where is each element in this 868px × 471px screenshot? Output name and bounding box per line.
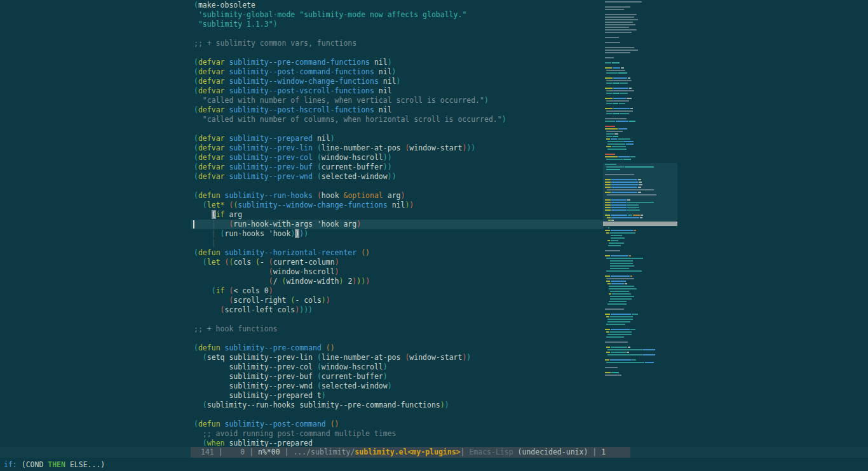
code-line[interactable]: (let* ((sublimity--window-change-functio… — [194, 201, 506, 210]
minimap-segment — [605, 164, 616, 165]
code-token: ) — [335, 267, 339, 276]
code-token: ;; avoid running post-command multiple t… — [194, 429, 397, 438]
minimap-line — [605, 141, 657, 142]
code-line[interactable]: sublimity--prev-col (window-hscroll) — [194, 362, 506, 372]
minimap-line — [605, 237, 657, 239]
code-area[interactable]: (make-obsolete 'sublimity-global-mode "s… — [194, 1, 506, 448]
eldoc-segment: if: — [4, 460, 17, 469]
code-line[interactable]: "called with number of lines, when verti… — [194, 96, 506, 105]
minimap-line — [605, 212, 657, 213]
code-line[interactable]: 'sublimity-global-mode "sublimity-mode n… — [194, 10, 506, 20]
minimap-line — [605, 197, 657, 198]
minimap-segment — [606, 90, 634, 91]
minimap-line — [605, 85, 657, 86]
code-line[interactable]: (defun sublimity--post-command () — [194, 420, 506, 429]
code-line[interactable]: "sublimity 1.1.3") — [194, 20, 506, 29]
code-line[interactable]: (make-obsolete — [194, 1, 506, 10]
code-token: scroll-right — [233, 296, 290, 305]
code-line[interactable] — [194, 124, 506, 134]
code-token: - cols — [295, 296, 322, 305]
minimap-line — [605, 278, 657, 279]
code-line[interactable]: (if arg — [194, 210, 506, 220]
minimap-line — [605, 255, 657, 256]
code-line[interactable]: | — [194, 239, 506, 248]
code-token: | — [212, 239, 216, 248]
code-line[interactable]: (scroll-left cols)))) — [194, 305, 506, 315]
code-line[interactable]: | (run-hooks 'hook)))) — [194, 229, 506, 239]
minimap-segment — [610, 265, 634, 267]
code-line[interactable]: ;; + hook functions — [194, 324, 506, 334]
code-line[interactable]: (sublimity--run-hooks sublimity--pre-com… — [194, 401, 506, 410]
minimap-line — [605, 123, 657, 124]
code-token — [194, 286, 212, 295]
code-line[interactable] — [194, 29, 506, 39]
code-line[interactable]: sublimity--prev-wnd (selected-window) — [194, 381, 506, 391]
text-cursor — [193, 220, 194, 229]
code-line[interactable]: (defvar sublimity--prepared nil) — [194, 134, 506, 143]
code-token: sublimity--post-hscroll-functions — [229, 105, 374, 114]
code-line[interactable]: "called with number of columns, when hor… — [194, 115, 506, 124]
code-line[interactable]: (defun sublimity--run-hooks (hook &optio… — [194, 191, 506, 201]
code-line[interactable]: sublimity--prev-buf (current-buffer) — [194, 372, 506, 381]
code-line[interactable]: (defvar sublimity--post-vscroll-function… — [194, 86, 506, 96]
code-line[interactable]: (defvar sublimity--prev-buf (current-buf… — [194, 163, 506, 172]
code-token: ( — [194, 134, 198, 143]
minimap-segment — [606, 100, 629, 102]
code-line[interactable] — [194, 182, 506, 191]
minimap-line — [605, 329, 657, 330]
minimap-segment — [620, 113, 629, 114]
minimap-segment — [605, 174, 634, 175]
code-token: line-number-at-pos — [322, 143, 405, 152]
code-line[interactable] — [194, 410, 506, 420]
code-token: ( — [203, 353, 207, 362]
minimap-line — [605, 288, 657, 289]
code-line[interactable] — [194, 334, 506, 343]
code-line[interactable]: (/ (window-width) 2)))) — [194, 277, 506, 286]
code-token: ) — [383, 362, 388, 371]
minimap-segment — [618, 128, 627, 129]
code-line[interactable]: (defvar sublimity--prev-wnd (selected-wi… — [194, 172, 506, 182]
code-line[interactable]: (defvar sublimity--window-change-functio… — [194, 77, 506, 86]
minimap-segment — [606, 232, 609, 234]
code-token: () — [330, 420, 339, 428]
code-token: defvar — [198, 134, 225, 143]
code-token: let* — [207, 201, 225, 209]
code-line[interactable]: (window-hscroll) — [194, 267, 506, 277]
code-token: nil — [374, 105, 392, 114]
code-line[interactable]: (defun sublimity--horizontal-recenter () — [194, 248, 506, 258]
code-line[interactable]: ;; avoid running post-command multiple t… — [194, 429, 506, 439]
minimap-segment — [605, 207, 611, 208]
code-token: ( — [269, 258, 273, 267]
minimap-line — [605, 268, 657, 269]
code-line[interactable]: sublimity--prepared t) — [194, 391, 506, 401]
minimap-segment — [613, 103, 618, 104]
code-line[interactable]: | (run-hook-with-args 'hook arg) — [194, 220, 506, 229]
minimap-line — [605, 303, 657, 305]
code-line[interactable]: (defvar sublimity--post-hscroll-function… — [194, 105, 506, 115]
code-line[interactable]: ;; + sublimity common vars, functions — [194, 39, 506, 48]
code-line[interactable] — [194, 48, 506, 58]
minimap-segment — [605, 29, 637, 30]
inactive-modeline-left — [0, 447, 191, 458]
code-line[interactable]: (defvar sublimity--prev-lin (line-number… — [194, 143, 506, 153]
code-line[interactable] — [194, 315, 506, 324]
code-token: sublimity--pre-command — [225, 343, 322, 352]
code-line[interactable]: (defvar sublimity--pre-command-functions… — [194, 58, 506, 67]
minimap-segment — [605, 156, 618, 157]
minimap-segment — [630, 329, 635, 330]
code-line[interactable]: (if (< cols 0) — [194, 286, 506, 296]
code-line[interactable]: (setq sublimity--prev-lin (line-number-a… — [194, 353, 506, 362]
minimap[interactable] — [605, 1, 675, 377]
code-line[interactable]: (scroll-right (- cols)) — [194, 296, 506, 305]
minimap-segment — [611, 192, 637, 193]
code-line[interactable]: (defun sublimity--pre-command () — [194, 343, 506, 353]
minimap-segment — [611, 215, 627, 216]
code-line[interactable]: (let ((cols (- (current-column) — [194, 258, 506, 267]
mode-line[interactable]: 141 | 0 | n%*00 | .../sublimity/sublimit… — [191, 447, 630, 458]
minimap-segment — [623, 159, 631, 160]
code-line[interactable]: (defvar sublimity--post-command-function… — [194, 67, 506, 77]
minimap-segment — [605, 9, 624, 10]
minimap-current-line-bar[interactable] — [603, 222, 677, 226]
minimap-segment — [607, 143, 625, 145]
code-line[interactable]: (defvar sublimity--prev-col (window-hscr… — [194, 153, 506, 163]
